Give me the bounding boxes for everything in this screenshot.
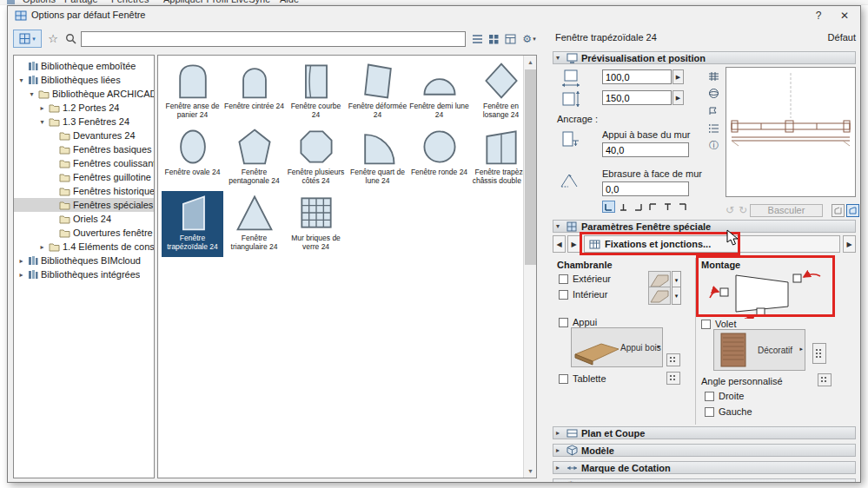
tree-item-bibliotheques-liees[interactable]: ▾Bibliothèques liées: [14, 73, 154, 87]
menu-aide[interactable]: Aide: [280, 0, 299, 4]
tree-item-1-4-elements-de-construction-2[interactable]: ▸1.4 Eléments de construction 2: [14, 240, 154, 254]
expand-icon[interactable]: ▸: [38, 243, 46, 251]
section-preview-position[interactable]: ▾ Prévisualisation et position: [553, 51, 856, 64]
scrollbar-thumb[interactable]: [525, 69, 536, 265]
section-marque-de-cotation[interactable]: ▸Marque de Cotation: [553, 461, 856, 474]
height-spin-button[interactable]: ▶: [673, 90, 684, 105]
page-forward-button[interactable]: ▶: [843, 235, 856, 253]
next-page-button[interactable]: ▶: [567, 235, 580, 253]
prev-page-button[interactable]: ◀: [553, 235, 566, 253]
tree-item-oriels-24[interactable]: Oriels 24: [14, 212, 154, 226]
section-plan-et-coupe[interactable]: ▸Plan et Coupe: [553, 426, 856, 439]
preview-hatch-icon[interactable]: [706, 69, 721, 83]
section-modele[interactable]: ▸Modèle: [553, 444, 856, 457]
thumbnail-fenetre-anse-de-panier-24[interactable]: Fenêtre anse de panier 24: [162, 59, 223, 125]
rotate-left-icon[interactable]: ↺: [726, 204, 734, 216]
menu-fenetres[interactable]: Fenêtres: [111, 0, 149, 4]
thumbnail-fenetre-pentagonale-24[interactable]: Fenêtre pentagonale 24: [223, 125, 285, 191]
reveal-value-field[interactable]: [602, 181, 689, 196]
checkbox-appui[interactable]: [559, 318, 568, 327]
expand-icon[interactable]: ▸: [17, 257, 25, 265]
help-button[interactable]: ?: [806, 6, 831, 25]
thumbnail-fenetre-courbe-24[interactable]: Fenêtre courbe 24: [285, 59, 347, 125]
favorites-star-button[interactable]: ☆: [44, 30, 62, 48]
thumbnail-fenetre-demi-lune-24[interactable]: Fenêtre demi lune 24: [408, 59, 470, 125]
anchor-pos-4-button[interactable]: [646, 201, 659, 213]
angle-settings-button[interactable]: [818, 373, 832, 386]
interieur-profile-picker[interactable]: [648, 287, 671, 305]
width-spin-button[interactable]: ▶: [673, 69, 684, 84]
search-input[interactable]: [81, 31, 466, 47]
thumbnail-fenetre-cintree-24[interactable]: Fenêtre cintrée 24: [223, 59, 285, 125]
thumbnail-fenetre-quart-de-lune-24[interactable]: Fenêtre quart de lune 24: [347, 125, 408, 191]
search-button[interactable]: [63, 30, 79, 48]
menu-appliquer-profil[interactable]: Appliquer Profil: [163, 0, 229, 4]
thumbnail-fenetre-triangulaire-24[interactable]: Fenêtre triangulaire 24: [223, 191, 285, 257]
elevation-view-button[interactable]: [832, 204, 845, 217]
tree-item-1-2-portes-24[interactable]: ▸1.2 Portes 24: [14, 101, 154, 115]
thumbnail-mur-briques-de-verre-24[interactable]: Mur briques de verre 24: [285, 191, 347, 257]
menu-livesync[interactable]: LiveSync: [231, 0, 270, 4]
tree-item-fenetres-coulissantes-24[interactable]: Fenêtres coulissantes 24: [14, 156, 154, 170]
anchor-pos-2-button[interactable]: [617, 201, 630, 213]
scroll-down-icon[interactable]: ▼: [524, 465, 537, 478]
thumbnail-fenetre-ovale-24[interactable]: Fenêtre ovale 24: [162, 125, 223, 191]
preview-section-icon[interactable]: [706, 103, 721, 118]
volet-image-picker[interactable]: Décoratif ▸: [713, 329, 805, 371]
thumbnail-scrollbar[interactable]: ▲ ▼: [523, 56, 536, 478]
tree-item-1-3-fenetres-24[interactable]: ▾1.3 Fenêtres 24: [14, 115, 154, 129]
checkbox-interieur[interactable]: [559, 290, 568, 300]
checkbox-tablette[interactable]: [559, 374, 568, 384]
tree-item-bibliotheques-bimcloud[interactable]: ▸Bibliothèques BIMcloud: [14, 254, 154, 267]
rotate-right-icon[interactable]: ↻: [739, 204, 747, 216]
view-details-button[interactable]: [503, 30, 518, 48]
scroll-up-icon[interactable]: ▲: [524, 56, 537, 69]
tree-item-devantures-24[interactable]: Devantures 24: [14, 129, 154, 142]
anchor-value-field[interactable]: [602, 142, 689, 157]
preview-3d-sphere-icon[interactable]: [706, 86, 721, 101]
close-button[interactable]: ✕: [832, 6, 857, 25]
appui-settings-button[interactable]: [666, 353, 680, 366]
section-options-personnalisees-de-marque[interactable]: ▸⚙Options personnalisées de Marque: [553, 478, 856, 483]
view-grid-button[interactable]: [487, 30, 501, 48]
menu-options[interactable]: Options: [23, 0, 56, 4]
preview-list-icon[interactable]: [706, 121, 721, 135]
tree-item-fenetres-speciales-24[interactable]: Fenêtres spéciales 24: [14, 198, 154, 212]
section-special-window-params[interactable]: ▾ Paramètres Fenêtre spéciale: [553, 220, 856, 233]
anchor-pos-3-button[interactable]: [632, 201, 645, 213]
tree-item-bibliotheques-integrees[interactable]: ▸Bibliothèques intégrées: [14, 267, 154, 281]
collapse-icon[interactable]: ▾: [17, 76, 25, 84]
thumbnail-fenetre-deformee-24[interactable]: Fenêtre déformée 24: [347, 59, 408, 125]
collapse-icon[interactable]: ▾: [38, 118, 46, 126]
checkbox-gauche[interactable]: [705, 407, 714, 417]
montage-diagram[interactable]: [706, 270, 830, 320]
element-type-button[interactable]: ▾: [13, 30, 42, 48]
expand-icon[interactable]: ▸: [38, 104, 46, 112]
width-field[interactable]: [602, 69, 672, 84]
anchor-pos-5-button[interactable]: [661, 201, 674, 213]
checkbox-volet[interactable]: [701, 320, 711, 329]
param-page-dropdown[interactable]: Fixations et jonctions...: [584, 235, 840, 253]
menu-partage[interactable]: Partage: [64, 0, 98, 4]
view-list-button[interactable]: [470, 30, 485, 48]
tree-item-bibliotheque-emboitee[interactable]: Bibliothèque emboîtée: [14, 59, 154, 73]
tablette-settings-button[interactable]: [666, 372, 680, 385]
appui-image-picker[interactable]: Appui bois ▸: [571, 327, 663, 367]
tree-item-bibliotheque-archicad-24[interactable]: ▾Bibliothèque ARCHICAD 24: [14, 87, 154, 101]
thumbnail-fenetre-ronde-24[interactable]: Fenêtre ronde 24: [408, 125, 470, 191]
volet-settings-button[interactable]: [812, 343, 826, 364]
tree-item-fenetres-basiques-24[interactable]: Fenêtres basiques 24: [14, 142, 154, 156]
tree-item-fenetres-guillotine-doubles[interactable]: Fenêtres guillotine doubles: [14, 170, 154, 184]
tree-item-ouvertures-fenetre-vides-24[interactable]: Ouvertures fenêtre vides 24: [14, 226, 154, 240]
tree-item-fenetres-historiques-24[interactable]: Fenêtres historiques 24: [14, 184, 154, 198]
axonometry-view-button[interactable]: [846, 204, 859, 217]
settings-gear-button[interactable]: ⚙ ▾: [519, 30, 540, 48]
interieur-picker-arrow-button[interactable]: ▾: [672, 287, 681, 305]
preview-info-icon[interactable]: ⓘ: [706, 138, 721, 153]
anchor-pos-6-button[interactable]: [676, 201, 689, 213]
checkbox-exterieur[interactable]: [559, 274, 568, 284]
collapse-icon[interactable]: ▾: [28, 90, 36, 98]
thumbnail-fenetre-trapezoidale-24[interactable]: Fenêtre trapézoïdale 24: [162, 191, 223, 257]
height-field[interactable]: [602, 90, 672, 105]
flip-button[interactable]: Basculer: [750, 204, 823, 217]
